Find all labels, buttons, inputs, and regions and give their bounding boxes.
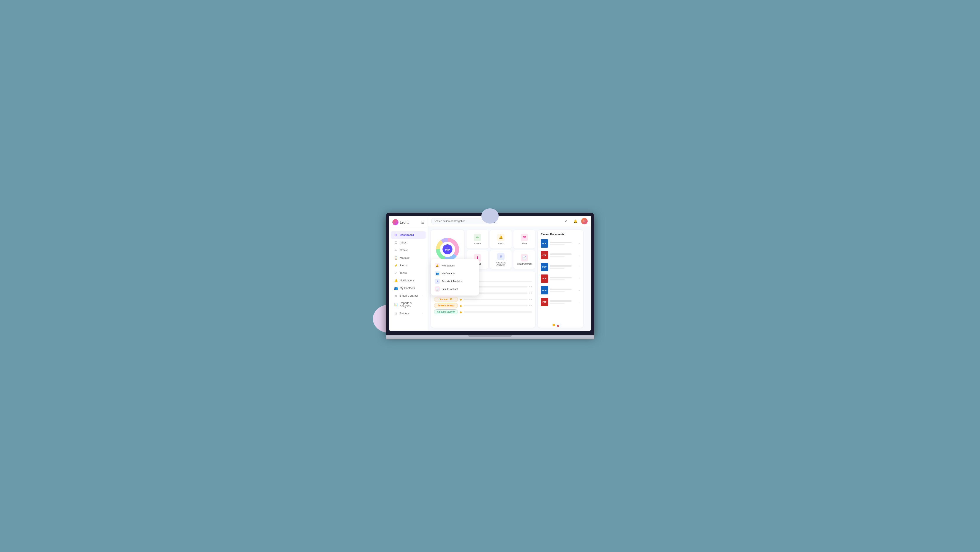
search-input[interactable] [434,220,490,223]
sidebar-item-label-settings: Settings [400,312,409,315]
doc-action-button-2[interactable]: ··· [579,254,580,256]
alert-line-4 [464,311,532,312]
doc-action-button-6[interactable]: ··· [579,301,580,303]
doc-icon-doc-1: DOC [541,240,548,247]
doc-action-button-3[interactable]: ··· [579,266,580,268]
dot [529,305,530,306]
alert-dots-3 [529,305,532,306]
doc-action-button-4[interactable]: ··· [579,278,580,280]
sidebar-item-inbox[interactable]: ☐ Inbox [391,239,426,246]
logo-icon: L [392,219,398,225]
list-item: DOC ··· [541,262,580,272]
sidebar-item-notifications[interactable]: 🔔 Notifications [391,277,426,284]
alerts-action-icon: 🔔 [497,234,504,241]
doc-name-bar [550,242,571,243]
alert-dots-1 [529,292,532,293]
reports-icon: 📊 [394,303,398,306]
create-action-label: Create [474,243,480,245]
popup-notifications-icon: 🔔 [435,263,440,268]
diamond-icon-3: ◆ [460,304,462,308]
alert-badge-amount220007[interactable]: Amount: $220007 [434,309,458,314]
recent-documents-panel: Recent Documents DOC ··· [538,230,583,328]
doc-action-button-1[interactable]: ··· [579,243,580,244]
doc-info-4 [550,277,577,280]
dot [529,292,530,293]
popup-contract-label: Smart Contract [442,288,458,290]
list-item: DOC ··· [541,238,580,249]
doc-info-2 [550,254,577,257]
donut-label: All [447,247,449,249]
doc-info-1 [550,242,577,245]
alert-line-2 [464,299,528,300]
sidebar-item-label-notifications: Notifications [400,279,415,282]
action-analytics[interactable]: ⊞ Reports & Analytics [490,250,512,269]
doc-meta-bar [550,244,565,245]
doc-info-6 [550,300,577,304]
sidebar-item-tasks[interactable]: ☑ Tasks [391,269,426,277]
popup-item-smart-contract[interactable]: 📄 Smart Contract [435,285,476,293]
sidebar-item-reports[interactable]: 📊 Reports & Analytics [391,300,426,309]
sidebar-item-label-tasks: Tasks [400,271,407,274]
smart-contract-icon: ◈ [394,294,398,297]
popup-item-notifications[interactable]: 🔔 Notifications [435,262,476,270]
sidebar-item-create[interactable]: ✏ Create [391,246,426,254]
doc-list: DOC ··· PDF [541,238,580,307]
alert-badge-amount65632[interactable]: Amount: $65632 [434,303,458,308]
doc-action-button-5[interactable]: ··· [579,289,580,291]
tasks-icon: ☑ [394,271,398,275]
alerts-icon: ⚡ [394,263,398,267]
alert-dots-0 [529,286,532,287]
notification-bell-button[interactable]: 🔔 [572,218,579,224]
list-item: PDF ··· [541,274,580,284]
doc-info-5 [550,289,577,292]
sidebar-item-smart-contract[interactable]: ◈ Smart Contract › [391,292,426,300]
doc-name-bar [550,289,571,290]
dot [529,286,530,287]
doc-meta-bar [550,291,565,292]
doc-icon-pdf-2: PDF [541,274,548,283]
list-item: PDF ··· [541,297,580,307]
create-icon: ✏ [394,249,398,252]
action-contract[interactable]: 📄 Smart Contract [514,250,535,269]
dot [531,292,532,293]
doc-icon-pdf-3: PDF [541,298,548,306]
doc-icon-doc-3: DOC [541,286,548,294]
create-action-icon: ✏ [474,234,481,241]
alert-badge-amount0b[interactable]: Amount: $0 [434,297,458,302]
sidebar-item-dashboard[interactable]: ⊞ Dashboard [391,232,426,239]
sidebar-item-label-inbox: Inbox [400,241,406,244]
doc-icon-doc-2: DOC [541,263,548,271]
dot [531,286,532,287]
contract-action-icon: 📄 [520,254,528,262]
action-inbox[interactable]: ✉ Inbox [514,230,535,249]
diamond-icon-2: ◆ [460,298,462,301]
sidebar-item-label-reports: Reports & Analytics [400,301,423,308]
hamburger-icon[interactable]: ☰ [421,220,424,224]
doc-meta-bar [550,303,565,304]
list-item: DOC ··· [541,286,580,295]
check-icon-button[interactable]: ✓ [563,218,570,224]
sidebar-item-manage[interactable]: 📋 Manage [391,254,426,262]
action-alerts[interactable]: 🔔 Alerts [490,230,512,249]
header: 🔍 ✓ 🔔 U [428,216,591,227]
doc-meta-bar [550,268,565,269]
sidebar-item-alerts[interactable]: ⚡ Alerts [391,262,426,269]
sidebar-nav: ⊞ Dashboard ☐ Inbox ✏ Create 📋 [389,229,428,327]
sidebar-item-settings[interactable]: ⚙ Settings › [391,310,426,317]
donut-value: 222 [445,249,450,252]
doc-icon-pdf-1: PDF [541,251,548,259]
sidebar-item-contacts[interactable]: 👥 My Contacts [391,284,426,292]
inbox-action-icon: ✉ [520,234,528,241]
dot [529,299,530,300]
popup-item-reports[interactable]: ⊞ Reports & Analytics [435,277,476,285]
avatar[interactable]: U [581,218,588,224]
popup-item-contacts[interactable]: 👥 My Contacts [435,270,476,277]
settings-icon: ⚙ [394,312,398,315]
action-create[interactable]: ✏ Create [466,230,488,249]
doc-name-bar [550,254,571,255]
doc-name-bar [550,277,571,278]
sidebar-item-label-dashboard: Dashboard [400,233,414,236]
logo-area: L Legitt. ☰ [389,219,428,229]
chevron-right-icon-settings: › [422,312,423,315]
header-icons: ✓ 🔔 U [563,218,588,224]
